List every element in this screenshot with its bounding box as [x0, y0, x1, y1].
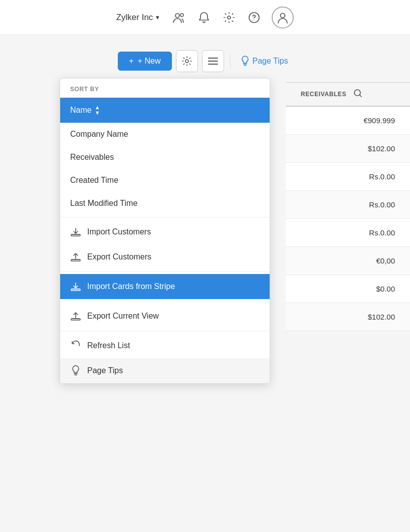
page-tips-label: Page Tips: [253, 57, 288, 66]
name-item-label: Name ▲ ▼: [70, 105, 100, 116]
svg-rect-8: [71, 259, 80, 261]
gear-icon[interactable]: [222, 10, 237, 25]
import-cards-stripe-item[interactable]: Import Cards from Stripe: [60, 274, 270, 299]
bell-icon[interactable]: [196, 10, 212, 25]
last-modified-label: Last Modified Time: [70, 199, 137, 208]
svg-rect-9: [71, 289, 80, 291]
export-current-view-item[interactable]: Export Current View: [60, 304, 270, 329]
export-customers-item[interactable]: Export Customers: [60, 244, 270, 270]
export-view-icon: [70, 311, 81, 322]
import-cards-stripe-label: Import Cards from Stripe: [87, 282, 175, 291]
row-value: €0,00: [376, 256, 395, 265]
svg-point-6: [185, 60, 188, 63]
nav-icons: [171, 7, 294, 29]
svg-rect-10: [71, 319, 80, 320]
refresh-list-label: Refresh List: [87, 341, 130, 350]
page-tips-menu-label: Page Tips: [87, 366, 123, 375]
brand-name: Zylker Inc: [116, 13, 153, 23]
toolbar-row: + + New Page Tips: [0, 50, 410, 72]
receivables-column-header: RECEIVABLES: [301, 91, 346, 98]
refresh-icon: [70, 340, 81, 351]
svg-point-5: [281, 13, 285, 18]
table-row: $102.00: [286, 303, 410, 331]
table-row: Rs.0.00: [286, 191, 410, 219]
table-row: Rs.0.00: [286, 219, 410, 247]
menu-divider-2: [60, 272, 270, 272]
sort-receivables-item[interactable]: Receivables: [60, 146, 270, 169]
svg-point-11: [354, 90, 360, 96]
bulb-icon: [70, 365, 81, 376]
search-icon[interactable]: [353, 89, 362, 100]
sort-dropdown-menu: SORT BY Name ▲ ▼ Company Name Receivable…: [60, 78, 270, 384]
svg-rect-7: [71, 234, 80, 236]
page-tips-item[interactable]: Page Tips: [60, 358, 270, 383]
table-row: $0.00: [286, 275, 410, 303]
row-value: Rs.0.00: [369, 200, 395, 209]
sort-last-modified-item[interactable]: Last Modified Time: [60, 192, 270, 215]
row-value: $102.00: [368, 144, 395, 153]
import-customers-item[interactable]: Import Customers: [60, 219, 270, 244]
sort-name-item[interactable]: Name ▲ ▼: [60, 98, 270, 123]
settings-button[interactable]: [176, 50, 198, 72]
row-value: $0.00: [376, 285, 395, 293]
table-row: €0,00: [286, 247, 410, 275]
import-customers-label: Import Customers: [87, 227, 151, 236]
svg-point-4: [254, 20, 255, 20]
menu-divider-1: [60, 217, 270, 217]
row-value: $102.00: [368, 313, 395, 321]
sort-arrows-icon: ▲ ▼: [95, 105, 100, 116]
menu-button[interactable]: [202, 50, 224, 72]
user-avatar[interactable]: [272, 7, 294, 29]
menu-divider-4: [60, 331, 270, 331]
import-stripe-icon: [70, 281, 81, 292]
company-name-label: Company Name: [70, 130, 128, 139]
team-icon[interactable]: [171, 10, 186, 25]
svg-point-0: [175, 14, 179, 18]
main-area: + + New Page Tips SORT BY: [0, 35, 410, 331]
row-value: €909.999: [363, 116, 395, 125]
export-current-view-label: Export Current View: [87, 312, 159, 321]
row-value: Rs.0.00: [369, 228, 395, 237]
export-icon: [70, 251, 81, 262]
table-row: $102.00: [286, 135, 410, 163]
brand-switcher[interactable]: Zylker Inc ▾: [116, 13, 160, 23]
svg-point-1: [180, 14, 183, 17]
new-button[interactable]: + + New: [118, 52, 171, 71]
menu-divider-3: [60, 301, 270, 302]
sort-by-label: SORT BY: [60, 79, 270, 98]
import-icon: [70, 226, 81, 237]
table-row: Rs.0.00: [286, 163, 410, 191]
refresh-list-item[interactable]: Refresh List: [60, 333, 270, 358]
new-label: + New: [138, 57, 161, 66]
plus-icon: +: [129, 57, 133, 66]
help-icon[interactable]: [247, 10, 262, 25]
toolbar-divider: [230, 54, 231, 69]
table-row: €909.999: [286, 107, 410, 135]
page-tips-button[interactable]: Page Tips: [237, 56, 292, 67]
dropdown-wrapper: SORT BY Name ▲ ▼ Company Name Receivable…: [60, 78, 270, 384]
row-value: Rs.0.00: [369, 172, 395, 181]
created-time-label: Created Time: [70, 176, 118, 185]
receivables-label: Receivables: [70, 153, 114, 162]
brand-chevron-icon: ▾: [156, 14, 159, 21]
svg-point-2: [228, 16, 231, 19]
sort-created-time-item[interactable]: Created Time: [60, 169, 270, 192]
sort-company-name-item[interactable]: Company Name: [60, 123, 270, 146]
top-navigation: Zylker Inc ▾: [0, 0, 410, 35]
export-customers-label: Export Customers: [87, 252, 151, 261]
